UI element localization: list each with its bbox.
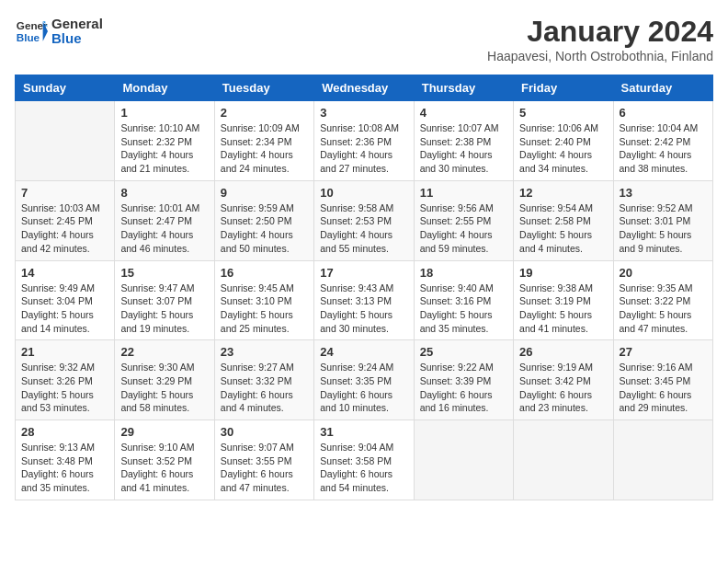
header-thursday: Thursday [414,75,513,101]
day-info: Sunrise: 9:22 AM Sunset: 3:39 PM Dayligh… [420,361,507,415]
calendar-table: SundayMondayTuesdayWednesdayThursdayFrid… [15,75,713,500]
day-number: 27 [620,345,707,359]
calendar-cell: 24Sunrise: 9:24 AM Sunset: 3:35 PM Dayli… [314,340,414,420]
day-info: Sunrise: 10:01 AM Sunset: 2:47 PM Daylig… [120,201,208,256]
day-info: Sunrise: 9:49 AM Sunset: 3:04 PM Dayligh… [21,282,108,336]
day-info: Sunrise: 9:30 AM Sunset: 3:29 PM Dayligh… [120,361,208,415]
day-number: 10 [320,186,407,200]
calendar-cell: 26Sunrise: 9:19 AM Sunset: 3:42 PM Dayli… [514,340,613,420]
calendar-cell: 10Sunrise: 9:58 AM Sunset: 2:53 PM Dayli… [314,180,414,260]
calendar-week-3: 14Sunrise: 9:49 AM Sunset: 3:04 PM Dayli… [16,260,713,340]
calendar-cell: 25Sunrise: 9:22 AM Sunset: 3:39 PM Dayli… [414,340,513,420]
day-number: 21 [21,345,108,359]
logo-general-text: General [51,17,103,32]
day-number: 19 [519,266,607,280]
day-number: 11 [420,186,507,200]
calendar-cell: 15Sunrise: 9:47 AM Sunset: 3:07 PM Dayli… [115,260,214,340]
calendar-body: 1Sunrise: 10:10 AM Sunset: 2:32 PM Dayli… [16,101,713,500]
day-info: Sunrise: 9:52 AM Sunset: 3:01 PM Dayligh… [620,201,707,256]
day-info: Sunrise: 10:09 AM Sunset: 2:34 PM Daylig… [221,121,308,176]
logo-blue-text: Blue [51,31,103,47]
day-info: Sunrise: 9:43 AM Sunset: 3:13 PM Dayligh… [320,282,407,336]
day-number: 2 [221,106,308,120]
day-number: 1 [120,106,208,120]
day-number: 15 [120,266,208,280]
calendar-cell: 5Sunrise: 10:06 AM Sunset: 2:40 PM Dayli… [514,101,613,181]
calendar-cell: 29Sunrise: 9:10 AM Sunset: 3:52 PM Dayli… [115,420,214,500]
calendar-cell: 21Sunrise: 9:32 AM Sunset: 3:26 PM Dayli… [16,340,115,420]
day-info: Sunrise: 10:06 AM Sunset: 2:40 PM Daylig… [519,121,607,176]
calendar-cell: 16Sunrise: 9:45 AM Sunset: 3:10 PM Dayli… [214,260,313,340]
day-number: 7 [21,186,108,200]
calendar-cell: 20Sunrise: 9:35 AM Sunset: 3:22 PM Dayli… [613,260,712,340]
calendar-cell: 4Sunrise: 10:07 AM Sunset: 2:38 PM Dayli… [414,101,513,181]
day-number: 9 [221,186,308,200]
day-info: Sunrise: 10:03 AM Sunset: 2:45 PM Daylig… [21,201,108,256]
calendar-cell: 6Sunrise: 10:04 AM Sunset: 2:42 PM Dayli… [613,101,712,181]
day-info: Sunrise: 9:10 AM Sunset: 3:52 PM Dayligh… [120,441,208,495]
day-info: Sunrise: 9:58 AM Sunset: 2:53 PM Dayligh… [320,201,407,256]
calendar-cell: 17Sunrise: 9:43 AM Sunset: 3:13 PM Dayli… [314,260,414,340]
calendar-cell [514,420,613,500]
day-number: 13 [620,186,707,200]
logo: General Blue General Blue [15,15,103,48]
day-info: Sunrise: 9:19 AM Sunset: 3:42 PM Dayligh… [519,361,607,415]
calendar-cell: 22Sunrise: 9:30 AM Sunset: 3:29 PM Dayli… [115,340,214,420]
svg-text:Blue: Blue [17,31,40,43]
day-number: 25 [420,345,507,359]
calendar-cell: 30Sunrise: 9:07 AM Sunset: 3:55 PM Dayli… [214,420,313,500]
day-info: Sunrise: 9:04 AM Sunset: 3:58 PM Dayligh… [320,441,407,495]
header-wednesday: Wednesday [314,75,414,101]
calendar-cell: 27Sunrise: 9:16 AM Sunset: 3:45 PM Dayli… [613,340,712,420]
day-info: Sunrise: 10:08 AM Sunset: 2:36 PM Daylig… [320,121,407,176]
calendar-week-4: 21Sunrise: 9:32 AM Sunset: 3:26 PM Dayli… [16,340,713,420]
header-tuesday: Tuesday [214,75,313,101]
day-info: Sunrise: 10:10 AM Sunset: 2:32 PM Daylig… [120,121,208,176]
calendar-cell: 31Sunrise: 9:04 AM Sunset: 3:58 PM Dayli… [314,420,414,500]
calendar-cell: 13Sunrise: 9:52 AM Sunset: 3:01 PM Dayli… [613,180,712,260]
calendar-cell: 14Sunrise: 9:49 AM Sunset: 3:04 PM Dayli… [16,260,115,340]
calendar-cell [613,420,712,500]
day-number: 31 [320,425,407,439]
day-info: Sunrise: 9:38 AM Sunset: 3:19 PM Dayligh… [519,282,607,336]
calendar-cell: 1Sunrise: 10:10 AM Sunset: 2:32 PM Dayli… [115,101,214,181]
calendar-cell [414,420,513,500]
day-info: Sunrise: 9:16 AM Sunset: 3:45 PM Dayligh… [620,361,707,415]
day-number: 28 [21,425,108,439]
day-info: Sunrise: 9:54 AM Sunset: 2:58 PM Dayligh… [519,201,607,256]
day-number: 24 [320,345,407,359]
calendar-header-row: SundayMondayTuesdayWednesdayThursdayFrid… [16,75,713,101]
header-monday: Monday [115,75,214,101]
header: General Blue General Blue January 2024 H… [15,15,713,63]
day-info: Sunrise: 9:47 AM Sunset: 3:07 PM Dayligh… [120,282,208,336]
calendar-cell: 19Sunrise: 9:38 AM Sunset: 3:19 PM Dayli… [514,260,613,340]
day-info: Sunrise: 9:24 AM Sunset: 3:35 PM Dayligh… [320,361,407,415]
day-info: Sunrise: 10:04 AM Sunset: 2:42 PM Daylig… [620,121,707,176]
day-number: 29 [120,425,208,439]
header-friday: Friday [514,75,613,101]
calendar-cell: 18Sunrise: 9:40 AM Sunset: 3:16 PM Dayli… [414,260,513,340]
day-number: 30 [221,425,308,439]
day-info: Sunrise: 9:45 AM Sunset: 3:10 PM Dayligh… [221,282,308,336]
location-title: Haapavesi, North Ostrobothnia, Finland [487,49,713,63]
day-number: 23 [221,345,308,359]
day-number: 22 [120,345,208,359]
calendar-cell: 2Sunrise: 10:09 AM Sunset: 2:34 PM Dayli… [214,101,313,181]
calendar-cell: 12Sunrise: 9:54 AM Sunset: 2:58 PM Dayli… [514,180,613,260]
day-info: Sunrise: 9:35 AM Sunset: 3:22 PM Dayligh… [620,282,707,336]
day-number: 6 [620,106,707,120]
month-title: January 2024 [487,15,713,49]
logo-icon: General Blue [15,15,48,48]
day-number: 16 [221,266,308,280]
day-number: 5 [519,106,607,120]
calendar-week-1: 1Sunrise: 10:10 AM Sunset: 2:32 PM Dayli… [16,101,713,181]
day-info: Sunrise: 9:59 AM Sunset: 2:50 PM Dayligh… [221,201,308,256]
day-number: 18 [420,266,507,280]
calendar-cell: 23Sunrise: 9:27 AM Sunset: 3:32 PM Dayli… [214,340,313,420]
calendar-week-2: 7Sunrise: 10:03 AM Sunset: 2:45 PM Dayli… [16,180,713,260]
header-saturday: Saturday [613,75,712,101]
header-sunday: Sunday [16,75,115,101]
day-number: 20 [620,266,707,280]
calendar-cell: 9Sunrise: 9:59 AM Sunset: 2:50 PM Daylig… [214,180,313,260]
day-info: Sunrise: 9:56 AM Sunset: 2:55 PM Dayligh… [420,201,507,256]
